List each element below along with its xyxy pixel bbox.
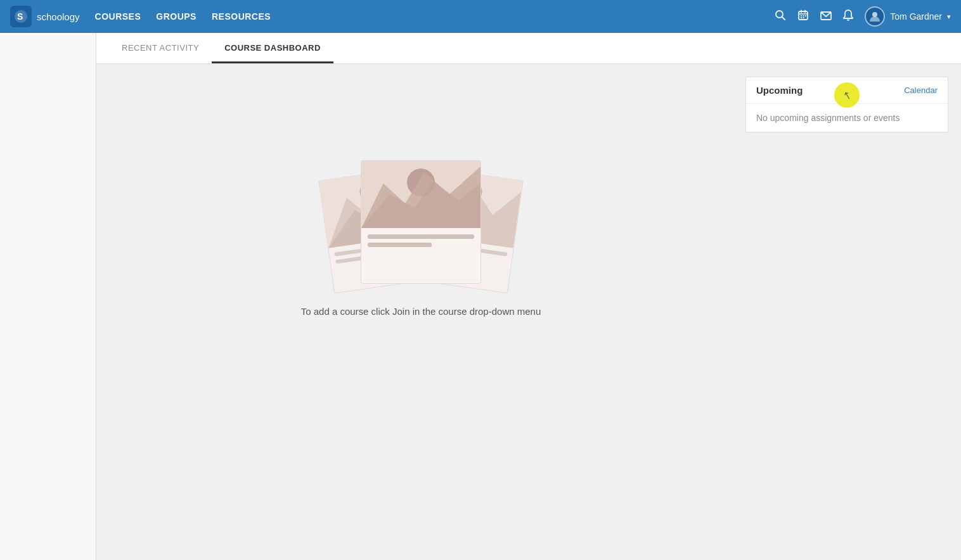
- main-content: To add a course click Join in the course…: [109, 77, 733, 393]
- brand-name: schoology: [37, 11, 80, 22]
- nav-courses[interactable]: COURSES: [95, 9, 141, 24]
- main-layout: RECENT ACTIVITY COURSE DASHBOARD: [0, 33, 961, 560]
- navbar: S schoology COURSES GROUPS RESOURCES: [0, 0, 961, 33]
- course-card-front: [361, 160, 481, 284]
- upcoming-title: Upcoming: [756, 85, 803, 96]
- svg-rect-8: [801, 15, 802, 16]
- avatar: [865, 6, 885, 27]
- sidebar: [0, 33, 96, 560]
- mail-icon[interactable]: [820, 10, 832, 23]
- svg-rect-12: [803, 17, 804, 18]
- widget-body: No upcoming assignments or events: [746, 104, 948, 132]
- brand-logo[interactable]: S schoology: [10, 6, 80, 27]
- add-course-instruction: To add a course click Join in the course…: [301, 306, 541, 317]
- chevron-down-icon: ▾: [947, 13, 951, 21]
- svg-rect-10: [805, 15, 806, 16]
- tabs-container: RECENT ACTIVITY COURSE DASHBOARD: [96, 33, 961, 64]
- tab-course-dashboard[interactable]: COURSE DASHBOARD: [212, 33, 333, 63]
- widget-header: Upcoming Calendar: [746, 77, 948, 104]
- schoology-logo-icon: S: [10, 6, 32, 27]
- upcoming-widget: Upcoming Calendar No upcoming assignment…: [745, 77, 948, 132]
- svg-point-14: [872, 12, 877, 17]
- nav-groups[interactable]: GROUPS: [156, 9, 197, 24]
- svg-rect-9: [803, 15, 804, 16]
- navbar-right: Tom Gardner ▾: [775, 6, 951, 27]
- svg-rect-11: [801, 17, 802, 18]
- user-name: Tom Gardner: [890, 11, 942, 22]
- sidebar-widgets: Upcoming Calendar No upcoming assignment…: [745, 77, 948, 393]
- calendar-icon[interactable]: [797, 10, 809, 24]
- nav-resources[interactable]: RESOURCES: [212, 9, 271, 24]
- svg-text:S: S: [17, 11, 23, 22]
- user-profile[interactable]: Tom Gardner ▾: [865, 6, 951, 27]
- page-body: To add a course click Join in the course…: [96, 64, 961, 406]
- course-illustration: [300, 154, 541, 293]
- content-area: RECENT ACTIVITY COURSE DASHBOARD: [96, 33, 961, 560]
- tab-recent-activity[interactable]: RECENT ACTIVITY: [109, 33, 212, 63]
- bell-icon[interactable]: [843, 10, 853, 24]
- no-events-text: No upcoming assignments or events: [756, 113, 938, 123]
- calendar-link[interactable]: Calendar: [904, 86, 938, 95]
- main-nav: COURSES GROUPS RESOURCES: [95, 9, 775, 24]
- search-icon[interactable]: [775, 10, 786, 24]
- svg-line-3: [782, 16, 785, 20]
